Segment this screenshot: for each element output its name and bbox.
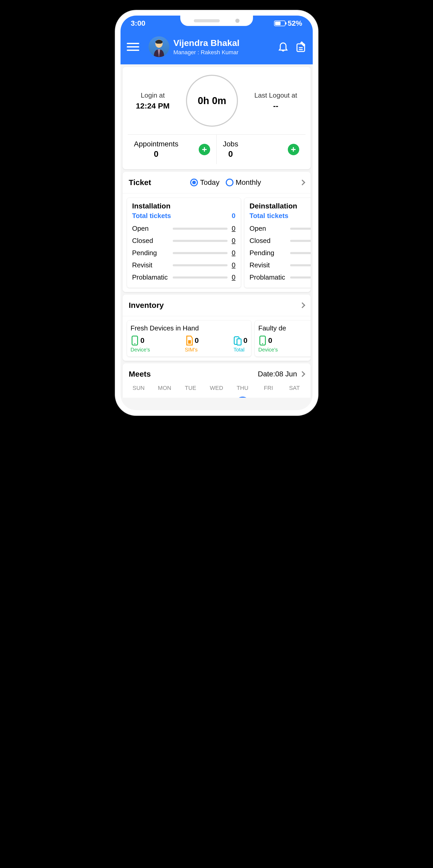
ticket-row[interactable]: Problamatic 0 (250, 271, 311, 283)
inventory-item: 0 Device's (131, 335, 150, 353)
radio-monthly[interactable]: Monthly (226, 178, 261, 187)
ticket-filter-group: Today Monthly (190, 178, 261, 187)
ticket-total-value: 0 (232, 212, 235, 220)
ticket-row-value: 0 (232, 249, 235, 257)
inventory-item: 0 Device's (258, 335, 278, 353)
add-job-button[interactable]: + (288, 144, 299, 155)
ticket-row[interactable]: Closed 0 (132, 235, 236, 247)
chevron-right-icon[interactable] (299, 180, 305, 186)
radio-today[interactable]: Today (190, 178, 220, 187)
phone-screen: 3:00 52% Vijendra Bhakal (120, 16, 313, 410)
progress-bar (290, 276, 311, 279)
ticket-row-label: Problamatic (132, 273, 169, 281)
menu-icon[interactable] (127, 43, 139, 51)
meets-date[interactable]: Date:08 Jun (258, 370, 305, 378)
ticket-row[interactable]: Open 0 (250, 222, 311, 235)
ticket-row-value: 0 (232, 273, 235, 281)
inventory-item-value: 0 (141, 336, 145, 345)
login-at-label: Login at (136, 91, 170, 99)
ticket-row-value: 0 (232, 261, 235, 269)
ticket-card-title: Installation (132, 202, 236, 210)
ticket-row[interactable]: Revisit 0 (250, 259, 311, 271)
phone-frame: 3:00 52% Vijendra Bhakal (115, 10, 318, 415)
battery-icon (274, 21, 286, 26)
svg-rect-8 (237, 339, 241, 345)
ticket-row[interactable]: Pending 0 (132, 247, 236, 259)
calendar-day[interactable]: MON 05 (158, 385, 172, 398)
duration-circle: 0h 0m (186, 75, 238, 127)
device-icon (258, 335, 267, 346)
chevron-right-icon (299, 371, 305, 377)
progress-bar (290, 240, 311, 242)
user-name: Vijendra Bhakal (174, 38, 273, 48)
calendar-date: 07 (210, 397, 224, 398)
meets-date-label: Date:08 Jun (258, 370, 297, 378)
ticket-row[interactable]: Closed 0 (250, 235, 311, 247)
manager-label: Manager : Rakesh Kumar (174, 49, 273, 56)
ticket-cards[interactable]: Installation Total tickets 0 Open 0 Clos… (123, 193, 311, 292)
meets-title: Meets (129, 370, 151, 378)
inventory-card-title: Fresh Devices in Hand (131, 324, 248, 332)
notch-camera (235, 19, 239, 23)
calendar-day[interactable]: SAT 10 (288, 385, 301, 398)
inventory-item-label: Total (233, 347, 248, 353)
ticket-section: Ticket Today Monthly Installation (123, 172, 311, 292)
phone-notch (180, 16, 253, 26)
appointments-block: Appointments 0 + (128, 135, 217, 164)
note-icon[interactable] (295, 41, 307, 53)
status-time: 3:00 (131, 19, 145, 28)
ticket-row[interactable]: Open 0 (132, 222, 236, 235)
inventory-section: Inventory Fresh Devices in Hand 0 Device… (123, 294, 311, 361)
meets-header: Meets Date:08 Jun (123, 363, 311, 385)
ticket-card[interactable]: Installation Total tickets 0 Open 0 Clos… (127, 197, 241, 288)
ticket-row-label: Open (250, 224, 286, 232)
ticket-row-label: Pending (250, 249, 286, 257)
ticket-row-label: Revisit (132, 261, 169, 269)
logout-at-label: Last Logout at (254, 91, 297, 99)
ticket-row[interactable]: Revisit 0 (132, 259, 236, 271)
calendar-day-name: TUE (184, 385, 198, 392)
avatar-icon (151, 39, 167, 57)
avatar[interactable] (149, 36, 169, 57)
inventory-cards[interactable]: Fresh Devices in Hand 0 Device's 0 SIM's… (123, 316, 311, 361)
logout-at-block: Last Logout at -- (254, 91, 297, 110)
calendar-day[interactable]: FRI 09 (262, 385, 276, 398)
calendar-day-name: MON (158, 385, 172, 392)
ticket-card[interactable]: Deinstallation Total tickets 0 Open 0 Cl… (244, 197, 311, 288)
calendar-day[interactable]: SUN 04 (132, 385, 146, 398)
ticket-row-value: 0 (232, 237, 235, 245)
jobs-label: Jobs (223, 140, 238, 148)
ticket-row-label: Revisit (250, 261, 286, 269)
progress-bar (173, 240, 228, 242)
inventory-item-value: 0 (195, 336, 199, 345)
jobs-count: 0 (223, 149, 238, 159)
ticket-row-label: Problamatic (250, 273, 286, 281)
add-appointment-button[interactable]: + (199, 144, 210, 155)
inventory-card[interactable]: Fresh Devices in Hand 0 Device's 0 SIM's… (127, 320, 252, 356)
calendar-day[interactable]: TUE 06 (184, 385, 198, 398)
duration-value: 0h 0m (198, 95, 226, 106)
chevron-right-icon[interactable] (299, 302, 305, 308)
ticket-row[interactable]: Problamatic 0 (132, 271, 236, 283)
progress-bar (173, 264, 228, 266)
inventory-card-title: Faulty de (258, 324, 311, 332)
inventory-card[interactable]: Faulty de 0 Device's (255, 320, 311, 356)
progress-bar (290, 264, 311, 266)
ticket-total-label: Total tickets (250, 212, 289, 220)
ticket-total-row: Total tickets 0 (132, 212, 236, 220)
jobs-block: Jobs 0 + (216, 135, 306, 164)
calendar-date: 08 (236, 397, 250, 398)
bell-icon[interactable] (278, 41, 289, 53)
ticket-row-label: Closed (250, 237, 286, 245)
calendar-day[interactable]: THU 08 (236, 385, 250, 398)
calendar-day[interactable]: WED 07 (210, 385, 224, 398)
calendar-date: 10 (288, 397, 301, 398)
content[interactable]: Login at 12:24 PM 0h 0m Last Logout at -… (120, 64, 313, 398)
calendar-date: 09 (262, 397, 276, 398)
status-right: 52% (274, 19, 302, 28)
appointments-count: 0 (134, 149, 178, 159)
ticket-row-value: 0 (232, 224, 235, 232)
ticket-title: Ticket (129, 178, 151, 187)
ticket-row[interactable]: Pending 0 (250, 247, 311, 259)
inventory-item-value: 0 (268, 336, 272, 345)
